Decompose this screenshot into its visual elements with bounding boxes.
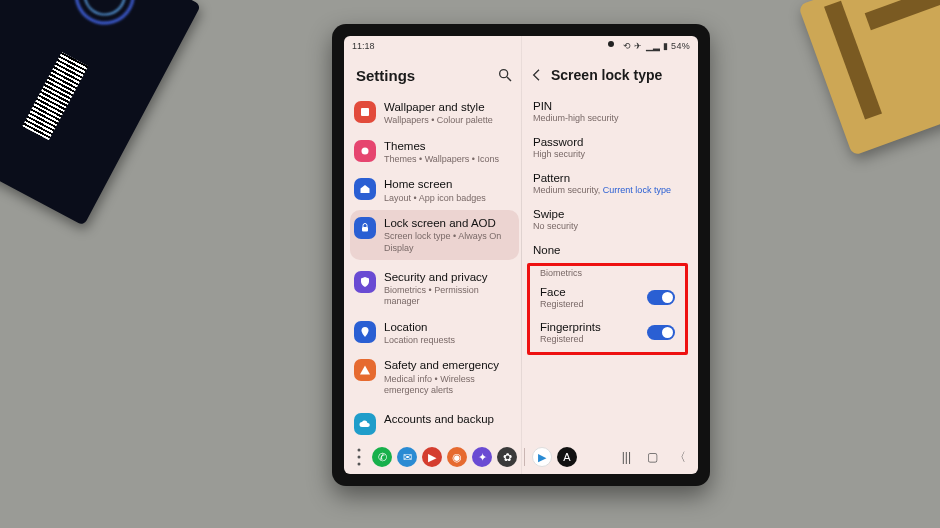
dock-apps: ✆ ✉ ▶ ◉ ✦ ✿ ▶ A: [370, 447, 616, 467]
svg-line-1: [507, 77, 511, 81]
lock-sub: No security: [533, 221, 684, 231]
lock-sub: High security: [533, 149, 684, 159]
svg-point-5: [358, 449, 361, 452]
home-icon: [354, 178, 376, 200]
status-indicators: ⟲ ✈ ▁▂ ▮ 54%: [521, 41, 690, 51]
item-sub: Medical info • Wireless emergency alerts: [384, 374, 513, 397]
item-title: Safety and emergency: [384, 358, 513, 372]
fold-crease: [521, 36, 522, 474]
settings-list[interactable]: Wallpaper and style Wallpapers • Colour …: [350, 94, 519, 442]
sidebar-item-accounts[interactable]: Accounts and backup: [350, 406, 519, 441]
item-sub: Biometrics • Permission manager: [384, 285, 513, 308]
lock-type-password[interactable]: Password High security: [523, 130, 692, 166]
screen: 11:18 ⟲ ✈ ▁▂ ▮ 54% Settings: [344, 36, 698, 474]
system-nav: ||| ▢ 〈: [618, 449, 692, 466]
emergency-icon: [354, 359, 376, 381]
biometric-title: Fingerprints: [540, 321, 647, 333]
messages-app-icon[interactable]: ✉: [397, 447, 417, 467]
item-sub: Layout • App icon badges: [384, 193, 513, 204]
biometric-fingerprints[interactable]: Fingerprints Registered: [530, 315, 685, 350]
sidebar-item-safety[interactable]: Safety and emergency Medical info • Wire…: [350, 352, 519, 402]
app-icon-generic[interactable]: A: [557, 447, 577, 467]
item-title: Security and privacy: [384, 270, 513, 284]
lock-type-pattern[interactable]: Pattern Medium security, Current lock ty…: [523, 166, 692, 202]
lock-sub: Medium security, Current lock type: [533, 185, 684, 195]
svg-rect-4: [362, 227, 368, 232]
back-button[interactable]: 〈: [674, 449, 686, 466]
item-title: Location: [384, 320, 513, 334]
lock-sub: Medium-high security: [533, 113, 684, 123]
recents-button[interactable]: |||: [622, 450, 631, 464]
item-title: Accounts and backup: [384, 412, 513, 426]
svg-rect-2: [361, 108, 369, 116]
biometric-face[interactable]: Face Registered: [530, 280, 685, 315]
svg-point-3: [362, 147, 369, 154]
video-app-icon[interactable]: ▶: [422, 447, 442, 467]
sidebar-item-location[interactable]: Location Location requests: [350, 314, 519, 353]
cloud-icon: [354, 413, 376, 435]
lock-title: None: [533, 244, 684, 256]
fingerprints-toggle[interactable]: [647, 325, 675, 340]
sidebar-item-themes[interactable]: Themes Themes • Wallpapers • Icons: [350, 133, 519, 172]
item-title: Wallpaper and style: [384, 100, 513, 114]
lock-type-list: PIN Medium-high security Password High s…: [523, 94, 692, 442]
app-drawer-handle[interactable]: [350, 447, 368, 467]
camera-app-icon[interactable]: ✦: [472, 447, 492, 467]
lock-type-none[interactable]: None: [523, 238, 692, 263]
svg-point-0: [500, 70, 508, 78]
item-sub: Themes • Wallpapers • Icons: [384, 154, 513, 165]
wallpaper-icon: [354, 101, 376, 123]
search-icon[interactable]: [497, 67, 513, 83]
front-camera: [608, 41, 614, 47]
biometric-title: Face: [540, 286, 647, 298]
detail-pane: Screen lock type PIN Medium-high securit…: [521, 56, 698, 442]
biometric-sub: Registered: [540, 299, 647, 309]
face-toggle[interactable]: [647, 290, 675, 305]
svg-point-7: [358, 463, 361, 466]
svg-point-6: [358, 456, 361, 459]
home-button[interactable]: ▢: [647, 450, 658, 464]
settings-header: Settings: [350, 60, 519, 94]
gallery-app-icon[interactable]: ✿: [497, 447, 517, 467]
themes-icon: [354, 140, 376, 162]
lock-title: Password: [533, 136, 684, 148]
play-store-icon[interactable]: ▶: [532, 447, 552, 467]
sidebar-item-security[interactable]: Security and privacy Biometrics • Permis…: [350, 264, 519, 314]
box-art-swirl: [64, 0, 145, 35]
item-title: Lock screen and AOD: [384, 216, 513, 230]
lock-title: PIN: [533, 100, 684, 112]
item-title: Home screen: [384, 177, 513, 191]
lock-title: Pattern: [533, 172, 684, 184]
back-icon[interactable]: [529, 67, 545, 83]
dock-separator: [524, 448, 525, 466]
lock-type-pin[interactable]: PIN Medium-high security: [523, 94, 692, 130]
biometric-sub: Registered: [540, 334, 647, 344]
phone-app-icon[interactable]: ✆: [372, 447, 392, 467]
shield-icon: [354, 271, 376, 293]
biometrics-highlight: Biometrics Face Registered Fingerprints: [527, 263, 688, 355]
location-icon: [354, 321, 376, 343]
item-sub: Screen lock type • Always On Display: [384, 231, 513, 254]
sidebar-item-lock-screen[interactable]: Lock screen and AOD Screen lock type • A…: [350, 210, 519, 260]
sidebar-item-home-screen[interactable]: Home screen Layout • App icon badges: [350, 171, 519, 210]
item-title: Themes: [384, 139, 513, 153]
barcode: [22, 52, 88, 140]
item-sub: Location requests: [384, 335, 513, 346]
lock-icon: [354, 217, 376, 239]
item-sub: Wallpapers • Colour palette: [384, 115, 513, 126]
detail-header: Screen lock type: [523, 60, 692, 94]
device-frame: 11:18 ⟲ ✈ ▁▂ ▮ 54% Settings: [332, 24, 710, 486]
settings-pane: Settings Wallpaper and style Wallpapers …: [344, 56, 521, 442]
product-box-prop: Galaxy Z Fold6: [0, 0, 201, 226]
biometrics-section-label: Biometrics: [530, 266, 685, 280]
status-clock: 11:18: [352, 41, 521, 51]
sidebar-item-wallpaper[interactable]: Wallpaper and style Wallpapers • Colour …: [350, 94, 519, 133]
wooden-toy-prop: [798, 0, 940, 156]
browser-app-icon[interactable]: ◉: [447, 447, 467, 467]
detail-title: Screen lock type: [551, 67, 662, 83]
lock-title: Swipe: [533, 208, 684, 220]
lock-type-swipe[interactable]: Swipe No security: [523, 202, 692, 238]
settings-title: Settings: [356, 67, 415, 84]
